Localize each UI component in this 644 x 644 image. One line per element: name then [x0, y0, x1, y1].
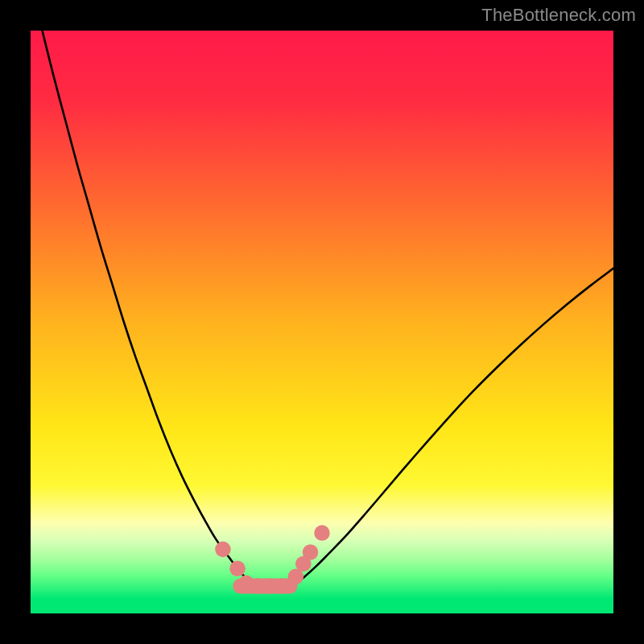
right-curve: [293, 268, 613, 586]
salmon-dots: [274, 578, 290, 594]
salmon-dots: [303, 544, 319, 560]
salmon-dots: [229, 560, 246, 576]
chart-frame: TheBottleneck.com: [0, 0, 644, 644]
curves-layer: [31, 31, 613, 613]
salmon-dots: [215, 542, 231, 558]
watermark-text: TheBottleneck.com: [481, 5, 636, 26]
left-curve: [42, 31, 254, 586]
plot-area: [31, 31, 613, 613]
salmon-dots: [314, 525, 330, 541]
